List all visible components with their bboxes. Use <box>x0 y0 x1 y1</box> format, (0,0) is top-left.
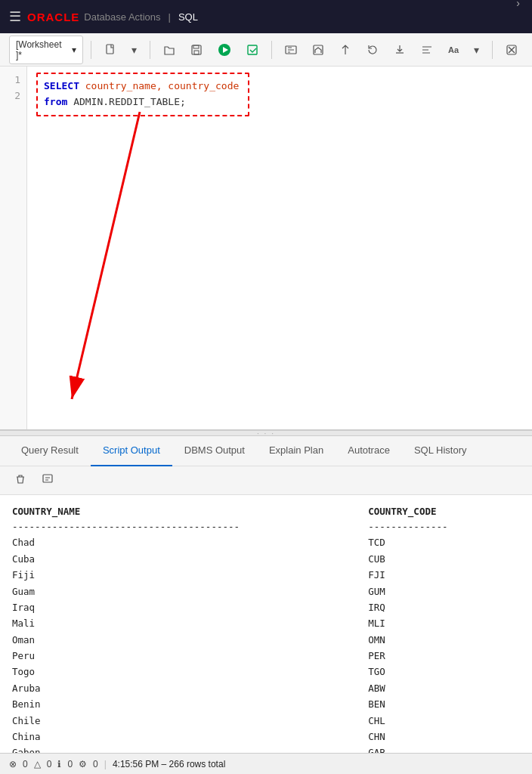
results-tbody: ChadTCDCubaCUBFijiFJIGuamGUMIraqIRQMaliM… <box>12 534 520 774</box>
col-dashes-1: ---------------------------------------- <box>12 519 368 534</box>
autotrace-button[interactable] <box>307 40 329 60</box>
warning-count: 0 <box>47 759 52 769</box>
case-button[interactable]: Aa <box>443 42 464 58</box>
tab-sql-history[interactable]: SQL History <box>402 436 479 466</box>
cell-country-name: Chile <box>12 713 368 729</box>
new-dropdown-button[interactable]: ▾ <box>126 40 142 60</box>
table-row: BeninBEN <box>12 696 520 712</box>
cell-country-name: Benin <box>12 696 368 712</box>
tab-autotrace[interactable]: Autotrace <box>336 436 402 466</box>
col-header-country-name: COUNTRY_NAME <box>12 504 368 519</box>
main-content: [Worksheet ]* ▾ ▾ <box>0 33 532 774</box>
table-row: IraqIRQ <box>12 599 520 615</box>
status-bar: ⊗ 0 △ 0 ℹ 0 ⚙ 0 | 4:15:56 PM – 266 rows … <box>0 753 532 774</box>
cell-country-name: Guam <box>12 584 368 599</box>
cell-country-code: OMN <box>368 632 520 648</box>
rollback-button[interactable] <box>361 40 384 60</box>
gear-icon: ⚙ <box>79 759 87 769</box>
cell-country-name: Peru <box>12 648 368 664</box>
cell-country-code: PER <box>368 648 520 664</box>
error-icon: ⊗ <box>9 759 17 769</box>
cell-country-name: Togo <box>12 664 368 680</box>
table-row: TogoTGO <box>12 664 520 680</box>
gear-count: 0 <box>93 759 98 769</box>
collapse-icon[interactable]: › <box>516 0 520 6</box>
oracle-separator: Database Actions <box>84 11 160 23</box>
sql-highlight-box: SELECT country_name, country_code from A… <box>36 73 249 116</box>
cell-country-code: TCD <box>368 534 520 550</box>
toolbar-separator-1 <box>91 41 91 59</box>
commit-button[interactable] <box>334 40 357 60</box>
tab-query-result[interactable]: Query Result <box>9 436 91 466</box>
col-dashes-2: -------------- <box>368 519 520 534</box>
save-script-button[interactable] <box>241 40 264 60</box>
svg-rect-0 <box>107 45 113 54</box>
tab-script-output[interactable]: Script Output <box>91 436 172 466</box>
oracle-pipe: | <box>169 11 171 23</box>
line-numbers: 1 2 <box>0 67 27 429</box>
cell-country-name: Mali <box>12 615 368 631</box>
results-area[interactable]: COUNTRY_NAME COUNTRY_CODE --------------… <box>0 495 532 774</box>
warning-icon: △ <box>34 759 41 769</box>
cell-country-code: MLI <box>368 615 520 631</box>
format-button[interactable] <box>416 40 438 60</box>
status-timestamp: 4:15:56 PM – 266 rows total <box>113 759 225 769</box>
cell-country-name: China <box>12 729 368 745</box>
toolbar-separator-2 <box>150 41 150 59</box>
sql-select-keyword: SELECT <box>44 80 79 91</box>
col-header-country-code: COUNTRY_CODE <box>368 504 520 519</box>
cell-country-name: Oman <box>12 632 368 648</box>
cell-country-name: Chad <box>12 534 368 550</box>
table-row: ChadTCD <box>12 534 520 550</box>
topbar: ☰ ORACLE Database Actions | SQL <box>0 0 532 33</box>
svg-rect-12 <box>43 475 52 482</box>
save-button[interactable] <box>185 40 208 60</box>
table-header-row: COUNTRY_NAME COUNTRY_CODE <box>12 504 520 519</box>
toolbar-separator-3 <box>271 41 272 59</box>
cell-country-code: CHN <box>368 729 520 745</box>
oracle-page-name: SQL <box>178 11 198 23</box>
results-table: COUNTRY_NAME COUNTRY_CODE --------------… <box>12 504 520 774</box>
worksheet-tab[interactable]: [Worksheet ]* ▾ <box>9 36 83 64</box>
oracle-brand: ORACLE <box>27 11 79 23</box>
table-row: FijiFJI <box>12 567 520 583</box>
table-row: MaliMLI <box>12 615 520 631</box>
tab-explain-plan[interactable]: Explain Plan <box>257 436 336 466</box>
cell-country-code: CUB <box>368 551 520 567</box>
status-separator: | <box>104 759 107 769</box>
table-dashes-row: ----------------------------------------… <box>12 519 520 534</box>
table-row: ChileCHL <box>12 713 520 729</box>
cell-country-code: BEN <box>368 696 520 712</box>
sql-table: ADMIN.REDDIT_TABLE; <box>73 96 186 107</box>
results-toolbar <box>0 466 532 495</box>
cell-country-code: IRQ <box>368 599 520 615</box>
svg-rect-6 <box>248 45 257 54</box>
cell-country-code: CHL <box>368 713 520 729</box>
open-button[interactable] <box>158 40 181 60</box>
delete-button[interactable] <box>500 40 523 60</box>
sql-columns: country_name, country_code <box>85 80 240 91</box>
new-file-button[interactable] <box>99 40 122 60</box>
download-button[interactable] <box>388 40 411 60</box>
cell-country-name: Fiji <box>12 567 368 583</box>
info-icon: ℹ <box>57 759 61 769</box>
worksheet-dropdown-icon[interactable]: ▾ <box>72 45 76 55</box>
cell-country-code: FJI <box>368 567 520 583</box>
table-row: GuamGUM <box>12 584 520 599</box>
cell-country-name: Aruba <box>12 680 368 696</box>
results-download-button[interactable] <box>36 469 59 491</box>
case-dropdown-button[interactable]: ▾ <box>469 40 484 60</box>
tabs-bar: Query Result Script Output DBMS Output E… <box>0 436 532 466</box>
hamburger-icon[interactable]: ☰ <box>9 8 21 25</box>
results-delete-button[interactable] <box>9 469 32 491</box>
explain-plan-button[interactable] <box>280 40 302 60</box>
run-statement-button[interactable] <box>212 39 237 60</box>
toolbar-separator-4 <box>492 41 493 59</box>
tab-dbms-output[interactable]: DBMS Output <box>172 436 257 466</box>
editor-toolbar: [Worksheet ]* ▾ ▾ <box>0 33 532 67</box>
code-area[interactable]: SELECT country_name, country_code from A… <box>27 67 532 429</box>
table-row: CubaCUB <box>12 551 520 567</box>
worksheet-label: [Worksheet ]* <box>16 39 69 60</box>
cell-country-name: Cuba <box>12 551 368 567</box>
sql-editor[interactable]: 1 2 SELECT country_name, country_code fr… <box>0 67 532 430</box>
